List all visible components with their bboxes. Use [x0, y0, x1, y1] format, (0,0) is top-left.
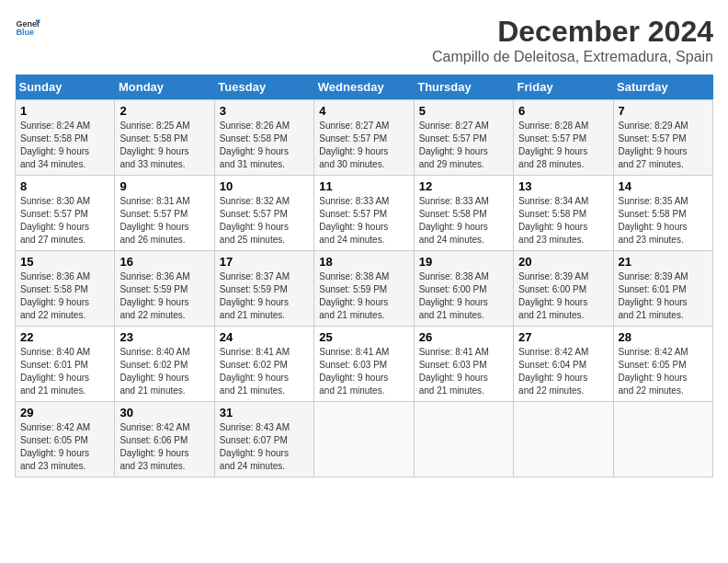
calendar-cell: 1Sunrise: 8:24 AM Sunset: 5:58 PM Daylig…	[16, 100, 115, 176]
calendar-week-3: 15Sunrise: 8:36 AM Sunset: 5:58 PM Dayli…	[16, 251, 713, 327]
day-info: Sunrise: 8:36 AM Sunset: 5:59 PM Dayligh…	[119, 270, 209, 322]
day-info: Sunrise: 8:42 AM Sunset: 6:05 PM Dayligh…	[20, 421, 109, 473]
col-header-thursday: Thursday	[414, 75, 513, 100]
day-number: 4	[319, 104, 408, 118]
day-number: 16	[119, 255, 209, 269]
logo: General Blue	[15, 15, 40, 40]
calendar-cell: 11Sunrise: 8:33 AM Sunset: 5:57 PM Dayli…	[314, 176, 414, 251]
day-number: 3	[220, 104, 309, 118]
day-number: 2	[119, 104, 209, 118]
day-number: 25	[319, 330, 408, 344]
day-info: Sunrise: 8:41 AM Sunset: 6:03 PM Dayligh…	[419, 346, 508, 397]
day-info: Sunrise: 8:35 AM Sunset: 5:58 PM Dayligh…	[619, 195, 708, 247]
header: General Blue December 2024 Campillo de D…	[15, 15, 713, 65]
calendar-cell: 13Sunrise: 8:34 AM Sunset: 5:58 PM Dayli…	[514, 176, 613, 251]
calendar-week-5: 29Sunrise: 8:42 AM Sunset: 6:05 PM Dayli…	[16, 402, 713, 477]
col-header-monday: Monday	[115, 75, 214, 100]
day-info: Sunrise: 8:41 AM Sunset: 6:02 PM Dayligh…	[220, 346, 309, 397]
day-info: Sunrise: 8:37 AM Sunset: 5:59 PM Dayligh…	[220, 270, 309, 322]
calendar-week-1: 1Sunrise: 8:24 AM Sunset: 5:58 PM Daylig…	[16, 100, 713, 176]
calendar-cell	[314, 402, 414, 477]
calendar-cell: 7Sunrise: 8:29 AM Sunset: 5:57 PM Daylig…	[613, 100, 712, 176]
day-info: Sunrise: 8:30 AM Sunset: 5:57 PM Dayligh…	[20, 195, 109, 247]
calendar-cell: 14Sunrise: 8:35 AM Sunset: 5:58 PM Dayli…	[613, 176, 712, 251]
day-number: 31	[220, 406, 309, 419]
calendar-cell: 2Sunrise: 8:25 AM Sunset: 5:58 PM Daylig…	[115, 100, 214, 176]
day-info: Sunrise: 8:26 AM Sunset: 5:58 PM Dayligh…	[220, 120, 309, 171]
day-number: 27	[518, 330, 608, 344]
calendar-cell: 24Sunrise: 8:41 AM Sunset: 6:02 PM Dayli…	[214, 327, 313, 402]
month-title: December 2024	[432, 15, 713, 49]
day-info: Sunrise: 8:24 AM Sunset: 5:58 PM Dayligh…	[20, 120, 109, 171]
calendar-cell: 31Sunrise: 8:43 AM Sunset: 6:07 PM Dayli…	[214, 402, 313, 477]
calendar-cell: 29Sunrise: 8:42 AM Sunset: 6:05 PM Dayli…	[16, 402, 115, 477]
calendar-cell	[613, 402, 712, 477]
day-number: 19	[419, 255, 508, 269]
calendar-cell: 18Sunrise: 8:38 AM Sunset: 5:59 PM Dayli…	[314, 251, 414, 327]
calendar-cell	[414, 402, 513, 477]
day-number: 24	[220, 330, 309, 344]
calendar-cell: 20Sunrise: 8:39 AM Sunset: 6:00 PM Dayli…	[514, 251, 613, 327]
calendar-cell: 26Sunrise: 8:41 AM Sunset: 6:03 PM Dayli…	[414, 327, 513, 402]
day-info: Sunrise: 8:38 AM Sunset: 6:00 PM Dayligh…	[419, 270, 508, 322]
calendar-week-4: 22Sunrise: 8:40 AM Sunset: 6:01 PM Dayli…	[16, 327, 713, 402]
calendar-cell: 8Sunrise: 8:30 AM Sunset: 5:57 PM Daylig…	[16, 176, 115, 251]
col-header-tuesday: Tuesday	[214, 75, 313, 100]
calendar-cell	[514, 402, 613, 477]
day-number: 13	[518, 179, 608, 193]
calendar-cell: 27Sunrise: 8:42 AM Sunset: 6:04 PM Dayli…	[514, 327, 613, 402]
day-info: Sunrise: 8:31 AM Sunset: 5:57 PM Dayligh…	[119, 195, 209, 247]
day-number: 14	[619, 179, 708, 193]
day-info: Sunrise: 8:27 AM Sunset: 5:57 PM Dayligh…	[319, 120, 408, 171]
calendar-cell: 6Sunrise: 8:28 AM Sunset: 5:57 PM Daylig…	[514, 100, 613, 176]
day-info: Sunrise: 8:27 AM Sunset: 5:57 PM Dayligh…	[419, 120, 508, 171]
day-number: 21	[619, 255, 708, 269]
calendar-cell: 10Sunrise: 8:32 AM Sunset: 5:57 PM Dayli…	[214, 176, 313, 251]
logo-icon: General Blue	[15, 15, 40, 40]
day-info: Sunrise: 8:38 AM Sunset: 5:59 PM Dayligh…	[319, 270, 408, 322]
day-number: 9	[119, 179, 209, 193]
day-info: Sunrise: 8:40 AM Sunset: 6:01 PM Dayligh…	[20, 346, 109, 397]
day-info: Sunrise: 8:40 AM Sunset: 6:02 PM Dayligh…	[119, 346, 209, 397]
day-number: 29	[20, 406, 109, 419]
day-info: Sunrise: 8:42 AM Sunset: 6:06 PM Dayligh…	[119, 421, 209, 473]
calendar-cell: 5Sunrise: 8:27 AM Sunset: 5:57 PM Daylig…	[414, 100, 513, 176]
day-number: 30	[119, 406, 209, 419]
day-number: 15	[20, 255, 109, 269]
calendar-cell: 22Sunrise: 8:40 AM Sunset: 6:01 PM Dayli…	[16, 327, 115, 402]
day-info: Sunrise: 8:43 AM Sunset: 6:07 PM Dayligh…	[220, 421, 309, 473]
day-number: 11	[319, 179, 408, 193]
day-info: Sunrise: 8:28 AM Sunset: 5:57 PM Dayligh…	[518, 120, 608, 171]
calendar-cell: 16Sunrise: 8:36 AM Sunset: 5:59 PM Dayli…	[115, 251, 214, 327]
calendar-cell: 21Sunrise: 8:39 AM Sunset: 6:01 PM Dayli…	[613, 251, 712, 327]
calendar-cell: 23Sunrise: 8:40 AM Sunset: 6:02 PM Dayli…	[115, 327, 214, 402]
calendar-cell: 4Sunrise: 8:27 AM Sunset: 5:57 PM Daylig…	[314, 100, 414, 176]
day-number: 10	[220, 179, 309, 193]
col-header-saturday: Saturday	[613, 75, 712, 100]
location-subtitle: Campillo de Deleitosa, Extremadura, Spai…	[432, 49, 713, 65]
day-number: 7	[619, 104, 708, 118]
day-number: 22	[20, 330, 109, 344]
calendar-week-2: 8Sunrise: 8:30 AM Sunset: 5:57 PM Daylig…	[16, 176, 713, 251]
col-header-sunday: Sunday	[16, 75, 115, 100]
day-number: 18	[319, 255, 408, 269]
calendar-cell: 9Sunrise: 8:31 AM Sunset: 5:57 PM Daylig…	[115, 176, 214, 251]
day-info: Sunrise: 8:36 AM Sunset: 5:58 PM Dayligh…	[20, 270, 109, 322]
day-info: Sunrise: 8:33 AM Sunset: 5:58 PM Dayligh…	[419, 195, 508, 247]
day-info: Sunrise: 8:33 AM Sunset: 5:57 PM Dayligh…	[319, 195, 408, 247]
day-number: 28	[619, 330, 708, 344]
col-header-friday: Friday	[514, 75, 613, 100]
day-number: 8	[20, 179, 109, 193]
calendar-cell: 28Sunrise: 8:42 AM Sunset: 6:05 PM Dayli…	[613, 327, 712, 402]
calendar-cell: 3Sunrise: 8:26 AM Sunset: 5:58 PM Daylig…	[214, 100, 313, 176]
calendar-cell: 30Sunrise: 8:42 AM Sunset: 6:06 PM Dayli…	[115, 402, 214, 477]
col-header-wednesday: Wednesday	[314, 75, 414, 100]
day-info: Sunrise: 8:34 AM Sunset: 5:58 PM Dayligh…	[518, 195, 608, 247]
day-number: 23	[119, 330, 209, 344]
day-number: 5	[419, 104, 508, 118]
day-info: Sunrise: 8:25 AM Sunset: 5:58 PM Dayligh…	[119, 120, 209, 171]
day-number: 12	[419, 179, 508, 193]
day-info: Sunrise: 8:42 AM Sunset: 6:05 PM Dayligh…	[619, 346, 708, 397]
day-info: Sunrise: 8:42 AM Sunset: 6:04 PM Dayligh…	[518, 346, 608, 397]
day-number: 20	[518, 255, 608, 269]
